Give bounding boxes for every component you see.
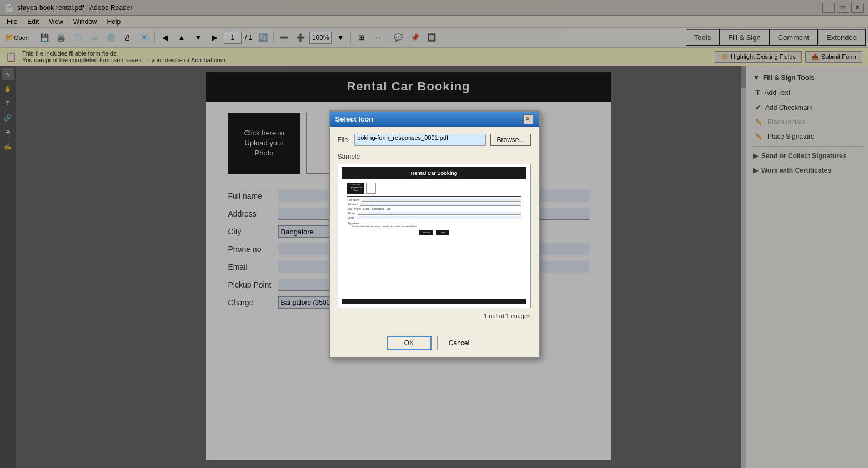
mini-divider	[347, 196, 520, 197]
mini-city-label: City	[347, 207, 352, 210]
mini-signature: Signature I've inspected the car exterio…	[347, 222, 520, 235]
mini-state-label: State	[363, 207, 370, 210]
sample-box: Rental Car Booking Click here Upload you…	[338, 164, 531, 308]
mini-address: Address	[347, 203, 520, 206]
mini-header: Rental Car Booking	[342, 167, 526, 179]
sample-label: Sample	[338, 153, 531, 160]
mini-email-label: Email	[347, 216, 354, 219]
mini-photo-row: Click here Upload your Photo	[347, 183, 520, 194]
mini-city-val: Pune	[354, 207, 361, 210]
mini-address-input	[360, 203, 521, 206]
mini-upload: Click here Upload your Photo	[347, 183, 364, 194]
mini-address-label: Address	[347, 203, 357, 206]
modal-overlay: Select Icon ✕ File: ooking-form_response…	[0, 0, 868, 468]
mini-email-row: Email	[347, 216, 520, 219]
ok-button[interactable]: OK	[387, 336, 432, 350]
mini-city-state-row: City Pune State Karnataka Zip	[347, 207, 520, 210]
mini-fullname-label: Full name	[347, 198, 359, 202]
modal-title: Select Icon	[335, 115, 374, 123]
file-label: File:	[338, 136, 350, 144]
mini-phone-row: Phone	[347, 212, 520, 215]
cancel-button[interactable]: Cancel	[437, 336, 481, 350]
mini-clear-btn: Clear	[436, 230, 449, 235]
mini-zip-label: Zip	[387, 207, 390, 210]
mini-content: Click here Upload your Photo Full name A…	[342, 179, 526, 299]
mini-fullname: Full name	[347, 198, 520, 202]
file-row: File: ooking-form_responses_0001.pdf Bro…	[338, 134, 531, 146]
sample-inner: Rental Car Booking Click here Upload you…	[342, 167, 526, 305]
mini-email-input	[357, 216, 521, 219]
mini-fullname-input	[362, 198, 520, 202]
modal-body: File: ooking-form_responses_0001.pdf Bro…	[330, 127, 539, 331]
modal-titlebar: Select Icon ✕	[330, 112, 539, 127]
mini-footer	[342, 299, 526, 304]
image-count: 1 out of 1 images	[338, 313, 531, 319]
mini-photo-placeholder	[366, 183, 376, 194]
mini-pdf-preview: Rental Car Booking Click here Upload you…	[342, 167, 526, 305]
mini-sig-label: Signature	[347, 222, 359, 225]
mini-phone-label: Phone	[347, 212, 355, 215]
mini-btn-row: Submit Clear	[347, 230, 520, 235]
mini-submit-btn: Submit	[419, 230, 433, 235]
modal-close-button[interactable]: ✕	[523, 114, 533, 124]
modal-footer: OK Cancel	[330, 331, 539, 357]
mini-inspect-text: I've inspected the car exterior / interi…	[352, 225, 520, 228]
browse-button[interactable]: Browse...	[490, 134, 530, 146]
select-icon-dialog: Select Icon ✕ File: ooking-form_response…	[329, 110, 540, 358]
mini-phone-input	[358, 212, 521, 215]
file-path-display: ooking-form_responses_0001.pdf	[354, 134, 486, 146]
mini-state-val: Karnataka	[372, 207, 384, 210]
